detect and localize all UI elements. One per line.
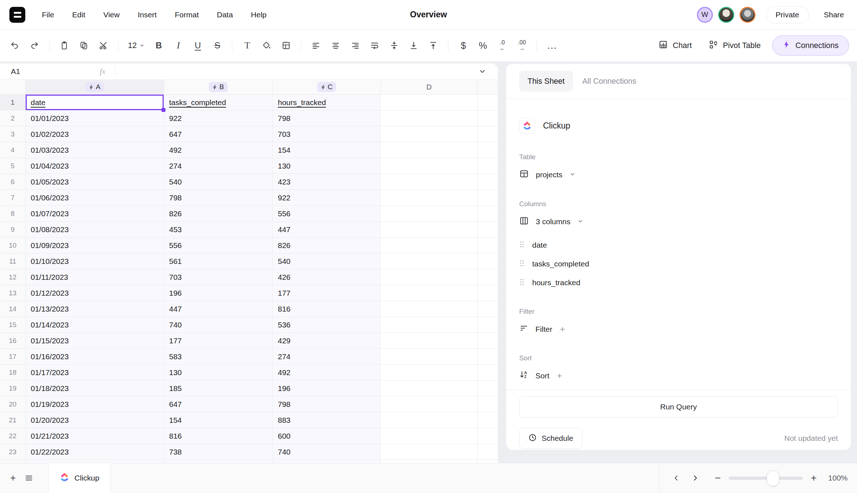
cell[interactable]	[381, 253, 478, 269]
underline-button[interactable]: U	[189, 37, 206, 54]
cell[interactable]: 556	[273, 206, 381, 222]
row-number[interactable]: 20	[0, 396, 26, 412]
cell[interactable]: 01/01/2023	[26, 110, 164, 126]
align-right-icon[interactable]	[347, 37, 363, 54]
cell[interactable]: 154	[164, 412, 273, 428]
cell[interactable]: 600	[273, 428, 381, 444]
font-size-control[interactable]: 12	[125, 37, 147, 54]
menu-edit[interactable]: Edit	[72, 10, 85, 19]
wrap-text-icon[interactable]	[366, 37, 383, 54]
cell[interactable]: 01/21/2023	[26, 428, 164, 444]
cell[interactable]: 447	[164, 301, 273, 317]
row-number[interactable]: 23	[0, 444, 26, 460]
cell[interactable]	[381, 301, 478, 317]
cell[interactable]: 01/18/2023	[26, 381, 164, 396]
drag-handle-icon[interactable]	[519, 240, 525, 250]
cell[interactable]	[381, 396, 478, 412]
cell[interactable]	[381, 444, 478, 460]
row-number[interactable]: 7	[0, 190, 26, 206]
tab-all-connections[interactable]: All Connections	[582, 77, 636, 86]
row-number[interactable]: 6	[0, 174, 26, 190]
fill-color-icon[interactable]	[258, 37, 275, 54]
cell[interactable]	[478, 365, 498, 381]
cell[interactable]	[381, 95, 478, 110]
avatar[interactable]	[718, 7, 734, 23]
zoom-slider-thumb[interactable]	[767, 470, 779, 486]
row-number[interactable]: 12	[0, 269, 26, 285]
cell[interactable]: 826	[273, 238, 381, 253]
run-query-button[interactable]: Run Query	[519, 396, 838, 418]
connection-row[interactable]: Clickup	[519, 118, 838, 134]
avatar[interactable]: W	[697, 7, 713, 23]
cell[interactable]: 01/13/2023	[26, 301, 164, 317]
cell[interactable]: 798	[164, 190, 273, 206]
row-number[interactable]: 18	[0, 365, 26, 381]
cell[interactable]: 703	[273, 126, 381, 142]
cell[interactable]	[478, 333, 498, 349]
chart-button[interactable]: Chart	[653, 36, 697, 55]
zoom-slider[interactable]	[729, 470, 803, 486]
cell[interactable]: 01/11/2023	[26, 269, 164, 285]
cell[interactable]	[478, 142, 498, 158]
table-selector[interactable]: projects	[519, 169, 838, 181]
vertical-align-middle-icon[interactable]	[386, 37, 402, 54]
cell[interactable]	[478, 349, 498, 365]
row-number[interactable]: 11	[0, 253, 26, 269]
cell[interactable]: 196	[164, 285, 273, 301]
cell[interactable]: 01/19/2023	[26, 396, 164, 412]
cell[interactable]: 740	[273, 444, 381, 460]
cell[interactable]	[381, 206, 478, 222]
cell[interactable]: 130	[273, 158, 381, 174]
cell[interactable]: 274	[164, 158, 273, 174]
next-sheet-button[interactable]	[689, 472, 701, 484]
add-sheet-button[interactable]: +	[5, 470, 21, 486]
cell[interactable]: 536	[273, 317, 381, 333]
row-number[interactable]: 13	[0, 285, 26, 301]
cell[interactable]: 583	[164, 349, 273, 365]
cell[interactable]: 647	[164, 126, 273, 142]
row-number[interactable]: 8	[0, 206, 26, 222]
row-number[interactable]: 1	[0, 95, 26, 110]
cell[interactable]	[478, 190, 498, 206]
cell[interactable]: 01/20/2023	[26, 412, 164, 428]
cell[interactable]: 561	[164, 253, 273, 269]
cell[interactable]	[381, 349, 478, 365]
text-color-button[interactable]: T	[239, 37, 255, 54]
cell[interactable]	[381, 333, 478, 349]
cell[interactable]: 798	[273, 396, 381, 412]
selected-cell-a1[interactable]: date	[26, 95, 164, 110]
menu-file[interactable]: File	[42, 10, 54, 19]
redo-button[interactable]	[26, 37, 43, 54]
zoom-out-button[interactable]: −	[712, 471, 724, 485]
cell[interactable]: 447	[273, 222, 381, 238]
row-number[interactable]: 17	[0, 349, 26, 365]
cell[interactable]	[381, 238, 478, 253]
menu-insert[interactable]: Insert	[138, 10, 157, 19]
cell[interactable]: 738	[164, 444, 273, 460]
cell[interactable]: 01/16/2023	[26, 349, 164, 365]
cell[interactable]	[478, 428, 498, 444]
cell[interactable]	[478, 253, 498, 269]
cell[interactable]: 492	[273, 365, 381, 381]
add-sort-button[interactable]: +	[557, 371, 562, 381]
cell[interactable]	[381, 381, 478, 396]
sort-control[interactable]: AZ Sort +	[519, 370, 838, 381]
cell[interactable]	[381, 428, 478, 444]
cell[interactable]: tasks_completed	[164, 95, 273, 110]
more-options-button[interactable]: …	[543, 37, 560, 54]
vertical-align-top-icon[interactable]	[425, 37, 442, 54]
cell[interactable]: 883	[273, 412, 381, 428]
italic-button[interactable]: I	[170, 37, 186, 54]
row-number[interactable]: 22	[0, 428, 26, 444]
cell[interactable]: 922	[273, 190, 381, 206]
column-item[interactable]: date	[519, 240, 838, 251]
column-header-c[interactable]: C	[273, 80, 381, 94]
column-header-a[interactable]: A	[26, 80, 164, 94]
cell[interactable]	[478, 238, 498, 253]
avatar[interactable]	[740, 7, 755, 23]
cell[interactable]: 01/08/2023	[26, 222, 164, 238]
cell[interactable]	[381, 269, 478, 285]
cell[interactable]	[381, 126, 478, 142]
borders-icon[interactable]	[278, 37, 294, 54]
cell[interactable]: 426	[273, 269, 381, 285]
